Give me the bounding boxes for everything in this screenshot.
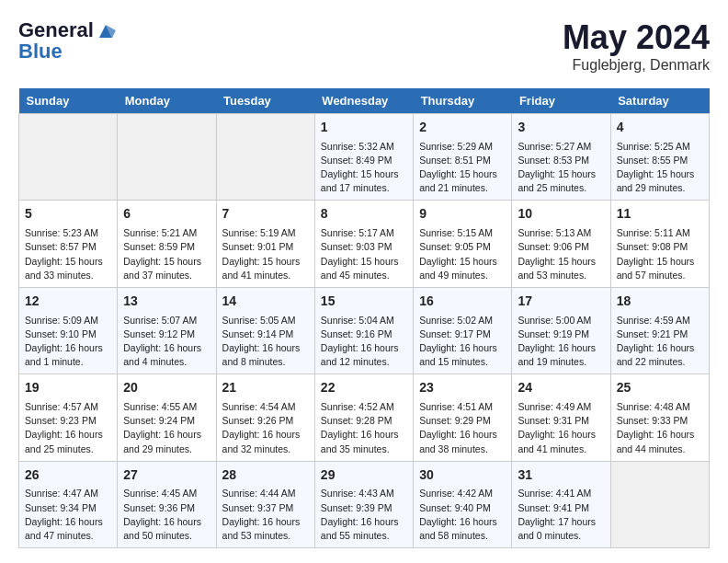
day-info: Sunrise: 4:51 AM Sunset: 9:29 PM Dayligh…	[419, 400, 506, 456]
column-header-thursday: Thursday	[414, 88, 512, 114]
calendar-cell: 28Sunrise: 4:44 AM Sunset: 9:37 PM Dayli…	[216, 461, 314, 547]
day-info: Sunrise: 5:00 AM Sunset: 9:19 PM Dayligh…	[518, 314, 604, 370]
day-number: 21	[222, 379, 309, 397]
calendar-cell: 21Sunrise: 4:54 AM Sunset: 9:26 PM Dayli…	[216, 374, 314, 461]
column-header-wednesday: Wednesday	[314, 88, 413, 114]
day-number: 31	[518, 466, 604, 485]
page-header: General Blue May 2024 Fuglebjerg, Denmar…	[18, 18, 710, 74]
calendar-cell: 31Sunrise: 4:41 AM Sunset: 9:41 PM Dayli…	[512, 461, 610, 547]
calendar-cell	[19, 114, 118, 201]
logo-icon	[96, 21, 116, 41]
day-number: 19	[25, 379, 111, 397]
day-info: Sunrise: 4:48 AM Sunset: 9:33 PM Dayligh…	[617, 400, 703, 456]
week-row-2: 5Sunrise: 5:23 AM Sunset: 8:57 PM Daylig…	[19, 201, 710, 287]
day-number: 23	[419, 379, 506, 397]
day-number: 9	[419, 205, 506, 224]
day-number: 30	[419, 466, 506, 485]
day-number: 17	[518, 293, 604, 311]
title-block: May 2024 Fuglebjerg, Denmark	[563, 18, 710, 74]
week-row-4: 19Sunrise: 4:57 AM Sunset: 9:23 PM Dayli…	[19, 374, 710, 461]
day-info: Sunrise: 4:42 AM Sunset: 9:40 PM Dayligh…	[419, 487, 506, 543]
calendar-cell: 19Sunrise: 4:57 AM Sunset: 9:23 PM Dayli…	[19, 374, 118, 461]
logo: General Blue	[18, 18, 116, 63]
calendar-cell: 24Sunrise: 4:49 AM Sunset: 9:31 PM Dayli…	[512, 374, 610, 461]
day-info: Sunrise: 5:11 AM Sunset: 9:08 PM Dayligh…	[617, 226, 703, 282]
day-number: 8	[321, 205, 407, 224]
day-info: Sunrise: 5:27 AM Sunset: 8:53 PM Dayligh…	[518, 140, 604, 196]
day-info: Sunrise: 4:57 AM Sunset: 9:23 PM Dayligh…	[25, 400, 111, 456]
day-number: 27	[123, 466, 210, 485]
day-info: Sunrise: 5:13 AM Sunset: 9:06 PM Dayligh…	[518, 226, 604, 282]
day-info: Sunrise: 5:25 AM Sunset: 8:55 PM Dayligh…	[617, 140, 703, 196]
day-info: Sunrise: 4:52 AM Sunset: 9:28 PM Dayligh…	[321, 400, 407, 456]
location: Fuglebjerg, Denmark	[563, 57, 710, 74]
day-number: 15	[321, 293, 407, 311]
calendar-cell: 5Sunrise: 5:23 AM Sunset: 8:57 PM Daylig…	[19, 201, 118, 287]
week-row-3: 12Sunrise: 5:09 AM Sunset: 9:10 PM Dayli…	[19, 287, 710, 373]
calendar-cell: 10Sunrise: 5:13 AM Sunset: 9:06 PM Dayli…	[512, 201, 610, 287]
day-number: 26	[25, 466, 111, 485]
calendar-cell: 6Sunrise: 5:21 AM Sunset: 8:59 PM Daylig…	[118, 201, 216, 287]
calendar-cell: 12Sunrise: 5:09 AM Sunset: 9:10 PM Dayli…	[19, 287, 118, 373]
calendar-cell: 8Sunrise: 5:17 AM Sunset: 9:03 PM Daylig…	[314, 201, 413, 287]
day-number: 22	[321, 379, 407, 397]
day-info: Sunrise: 5:09 AM Sunset: 9:10 PM Dayligh…	[25, 314, 111, 370]
calendar-header-row: SundayMondayTuesdayWednesdayThursdayFrid…	[19, 88, 710, 114]
day-number: 1	[321, 119, 407, 137]
calendar-cell: 25Sunrise: 4:48 AM Sunset: 9:33 PM Dayli…	[610, 374, 709, 461]
day-info: Sunrise: 4:54 AM Sunset: 9:26 PM Dayligh…	[222, 400, 309, 456]
calendar-cell: 27Sunrise: 4:45 AM Sunset: 9:36 PM Dayli…	[118, 461, 216, 547]
day-number: 11	[617, 205, 703, 224]
calendar-cell: 9Sunrise: 5:15 AM Sunset: 9:05 PM Daylig…	[414, 201, 512, 287]
day-info: Sunrise: 4:49 AM Sunset: 9:31 PM Dayligh…	[518, 400, 604, 456]
column-header-saturday: Saturday	[610, 88, 709, 114]
calendar-cell: 4Sunrise: 5:25 AM Sunset: 8:55 PM Daylig…	[610, 114, 709, 201]
day-info: Sunrise: 4:55 AM Sunset: 9:24 PM Dayligh…	[123, 400, 210, 456]
column-header-monday: Monday	[118, 88, 216, 114]
calendar-cell: 20Sunrise: 4:55 AM Sunset: 9:24 PM Dayli…	[118, 374, 216, 461]
calendar-cell: 15Sunrise: 5:04 AM Sunset: 9:16 PM Dayli…	[314, 287, 413, 373]
day-info: Sunrise: 5:23 AM Sunset: 8:57 PM Dayligh…	[25, 226, 111, 282]
day-number: 2	[419, 119, 506, 137]
day-number: 13	[123, 293, 210, 311]
day-number: 16	[419, 293, 506, 311]
calendar-cell: 14Sunrise: 5:05 AM Sunset: 9:14 PM Dayli…	[216, 287, 314, 373]
day-info: Sunrise: 4:44 AM Sunset: 9:37 PM Dayligh…	[222, 487, 309, 543]
calendar-cell: 29Sunrise: 4:43 AM Sunset: 9:39 PM Dayli…	[314, 461, 413, 547]
calendar-cell	[118, 114, 216, 201]
day-info: Sunrise: 5:21 AM Sunset: 8:59 PM Dayligh…	[123, 226, 210, 282]
day-number: 3	[518, 119, 604, 137]
column-header-friday: Friday	[512, 88, 610, 114]
calendar-cell: 18Sunrise: 4:59 AM Sunset: 9:21 PM Dayli…	[610, 287, 709, 373]
week-row-5: 26Sunrise: 4:47 AM Sunset: 9:34 PM Dayli…	[19, 461, 710, 547]
calendar-cell	[610, 461, 709, 547]
day-info: Sunrise: 5:02 AM Sunset: 9:17 PM Dayligh…	[419, 314, 506, 370]
calendar-cell: 17Sunrise: 5:00 AM Sunset: 9:19 PM Dayli…	[512, 287, 610, 373]
day-info: Sunrise: 5:17 AM Sunset: 9:03 PM Dayligh…	[321, 226, 407, 282]
calendar-cell	[216, 114, 314, 201]
calendar-body: 1Sunrise: 5:32 AM Sunset: 8:49 PM Daylig…	[19, 114, 710, 548]
day-info: Sunrise: 4:43 AM Sunset: 9:39 PM Dayligh…	[321, 487, 407, 543]
day-number: 7	[222, 205, 309, 224]
day-number: 18	[617, 293, 703, 311]
day-number: 4	[617, 119, 703, 137]
logo-text: General	[18, 18, 116, 41]
day-number: 5	[25, 205, 111, 224]
calendar-cell: 23Sunrise: 4:51 AM Sunset: 9:29 PM Dayli…	[414, 374, 512, 461]
day-info: Sunrise: 5:05 AM Sunset: 9:14 PM Dayligh…	[222, 314, 309, 370]
day-info: Sunrise: 5:04 AM Sunset: 9:16 PM Dayligh…	[321, 314, 407, 370]
calendar-cell: 16Sunrise: 5:02 AM Sunset: 9:17 PM Dayli…	[414, 287, 512, 373]
day-number: 25	[617, 379, 703, 397]
calendar-cell: 2Sunrise: 5:29 AM Sunset: 8:51 PM Daylig…	[414, 114, 512, 201]
week-row-1: 1Sunrise: 5:32 AM Sunset: 8:49 PM Daylig…	[19, 114, 710, 201]
column-header-tuesday: Tuesday	[216, 88, 314, 114]
day-info: Sunrise: 4:41 AM Sunset: 9:41 PM Dayligh…	[518, 487, 604, 543]
calendar-cell: 1Sunrise: 5:32 AM Sunset: 8:49 PM Daylig…	[314, 114, 413, 201]
month-title: May 2024	[563, 18, 710, 57]
calendar-cell: 22Sunrise: 4:52 AM Sunset: 9:28 PM Dayli…	[314, 374, 413, 461]
column-header-sunday: Sunday	[19, 88, 118, 114]
day-info: Sunrise: 5:15 AM Sunset: 9:05 PM Dayligh…	[419, 226, 506, 282]
day-info: Sunrise: 5:29 AM Sunset: 8:51 PM Dayligh…	[419, 140, 506, 196]
day-number: 28	[222, 466, 309, 485]
day-info: Sunrise: 5:07 AM Sunset: 9:12 PM Dayligh…	[123, 314, 210, 370]
